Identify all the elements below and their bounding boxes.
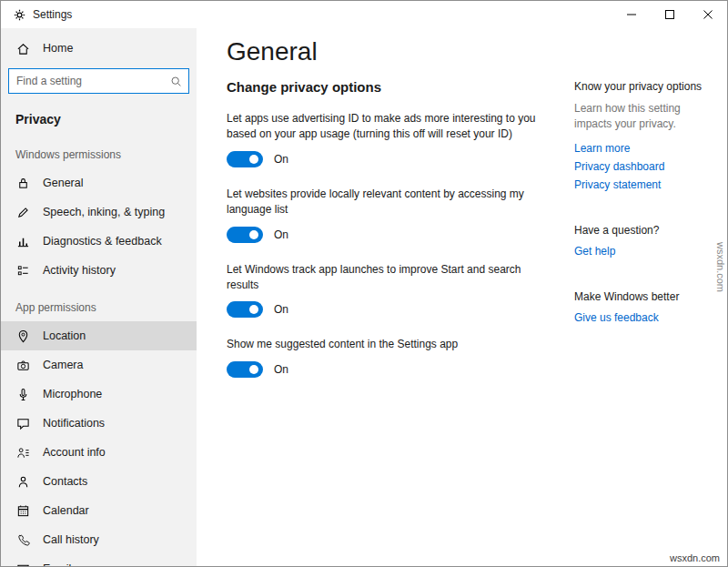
search-icon bbox=[170, 76, 182, 87]
titlebar: Settings bbox=[1, 1, 727, 28]
sidebar-item-label: Activity history bbox=[43, 264, 116, 277]
settings-window: Settings Home bbox=[0, 0, 728, 567]
sidebar-item-contacts[interactable]: Contacts bbox=[1, 467, 197, 496]
page-title: General bbox=[227, 37, 716, 66]
sidebar-item-label: Diagnostics & feedback bbox=[43, 235, 162, 248]
toggle-knob bbox=[249, 155, 258, 164]
close-button[interactable] bbox=[689, 1, 727, 28]
watermark-bottom: wsxdn.com bbox=[670, 552, 720, 563]
sidebar-section-title: Privacy bbox=[1, 101, 197, 132]
toggle-state-label: On bbox=[274, 363, 288, 376]
toggle-suggested-content[interactable] bbox=[227, 361, 263, 378]
setting-suggested-content: Show me suggested content in the Setting… bbox=[227, 337, 547, 377]
sidebar-item-activity-history[interactable]: Activity history bbox=[1, 256, 197, 285]
watermark-vertical: wsxdn.com bbox=[715, 242, 726, 292]
settings-gear-icon bbox=[14, 9, 25, 21]
camera-icon bbox=[15, 359, 30, 372]
home-icon bbox=[15, 42, 30, 56]
setting-label: Let apps use advertising ID to make ads … bbox=[227, 111, 547, 143]
sidebar-group-title-windows-permissions: Windows permissions bbox=[1, 132, 197, 168]
privacy-dashboard-link[interactable]: Privacy dashboard bbox=[574, 160, 716, 173]
sidebar-item-label: Account info bbox=[43, 446, 106, 459]
sidebar-item-home[interactable]: Home bbox=[1, 34, 197, 63]
sidebar-item-diagnostics-feedback[interactable]: Diagnostics & feedback bbox=[1, 227, 197, 256]
know-privacy-title: Know your privacy options bbox=[574, 80, 716, 93]
lock-icon bbox=[15, 177, 30, 190]
sidebar-item-microphone[interactable]: Microphone bbox=[1, 380, 197, 409]
sidebar-item-label: Call history bbox=[43, 533, 99, 546]
window-controls bbox=[612, 1, 727, 28]
minimize-button[interactable] bbox=[612, 1, 651, 28]
sidebar-group-title-app-permissions: App permissions bbox=[1, 285, 197, 321]
setting-label: Let Windows track app launches to improv… bbox=[227, 262, 547, 294]
toggle-locally-relevant-content[interactable] bbox=[227, 227, 263, 243]
section-title: Change privacy options bbox=[227, 79, 547, 95]
maximize-button[interactable] bbox=[651, 1, 689, 28]
sidebar-item-camera[interactable]: Camera bbox=[1, 350, 197, 380]
learn-more-link[interactable]: Learn more bbox=[574, 142, 716, 155]
chat-bubble-icon bbox=[15, 417, 30, 430]
have-question-title: Have a question? bbox=[574, 224, 716, 237]
pen-icon bbox=[15, 206, 30, 219]
search-box bbox=[8, 68, 189, 94]
toggle-state-label: On bbox=[274, 228, 288, 241]
know-privacy-description: Learn how this setting impacts your priv… bbox=[574, 101, 716, 132]
privacy-options-section: Change privacy options Let apps use adve… bbox=[227, 79, 547, 397]
sidebar-item-label: General bbox=[43, 177, 83, 189]
sidebar-item-email[interactable]: Email bbox=[1, 554, 197, 566]
titlebar-left: Settings bbox=[14, 8, 72, 21]
search-input[interactable] bbox=[9, 69, 170, 93]
person-icon bbox=[15, 475, 30, 489]
toggle-track-app-launches[interactable] bbox=[227, 301, 263, 318]
setting-advertising-id: Let apps use advertising ID to make ads … bbox=[227, 111, 547, 167]
toggle-knob bbox=[249, 305, 258, 314]
sidebar-item-speech-inking-typing[interactable]: Speech, inking, & typing bbox=[1, 197, 197, 227]
main-content: General Change privacy options Let apps … bbox=[197, 28, 727, 566]
sidebar: Home Privacy Windows permissions General bbox=[1, 28, 197, 566]
setting-track-app-launches: Let Windows track app launches to improv… bbox=[227, 262, 547, 319]
sidebar-item-account-info[interactable]: Account info bbox=[1, 438, 197, 467]
sidebar-item-call-history[interactable]: Call history bbox=[1, 525, 197, 554]
minimize-icon bbox=[627, 10, 636, 19]
sidebar-item-general[interactable]: General bbox=[1, 168, 197, 197]
toggle-state-label: On bbox=[274, 303, 288, 316]
make-windows-better-title: Make Windows better bbox=[574, 290, 716, 303]
setting-locally-relevant-content: Let websites provide locally relevant co… bbox=[227, 187, 547, 243]
toggle-knob bbox=[249, 230, 258, 239]
location-pin-icon bbox=[15, 329, 30, 343]
sidebar-item-label: Speech, inking, & typing bbox=[43, 206, 165, 218]
setting-label: Let websites provide locally relevant co… bbox=[227, 187, 547, 218]
window-title: Settings bbox=[33, 8, 72, 21]
privacy-statement-link[interactable]: Privacy statement bbox=[574, 178, 716, 191]
give-us-feedback-link[interactable]: Give us feedback bbox=[574, 311, 716, 324]
account-info-icon bbox=[15, 446, 30, 460]
sidebar-item-location[interactable]: Location bbox=[1, 321, 197, 350]
sidebar-item-label: Calendar bbox=[43, 504, 89, 517]
maximize-icon bbox=[665, 10, 674, 19]
get-help-link[interactable]: Get help bbox=[574, 245, 716, 258]
envelope-icon bbox=[15, 562, 30, 567]
toggle-advertising-id[interactable] bbox=[227, 151, 263, 167]
chart-icon bbox=[15, 235, 30, 248]
phone-icon bbox=[15, 533, 30, 547]
sidebar-item-label: Location bbox=[43, 329, 86, 342]
sidebar-item-notifications[interactable]: Notifications bbox=[1, 409, 197, 438]
help-panel: Know your privacy options Learn how this… bbox=[574, 79, 716, 397]
task-list-icon bbox=[15, 264, 30, 278]
toggle-state-label: On bbox=[274, 153, 288, 166]
window-body: Home Privacy Windows permissions General bbox=[1, 28, 727, 566]
toggle-knob bbox=[249, 365, 258, 374]
sidebar-item-label: Camera bbox=[43, 359, 83, 371]
close-icon bbox=[703, 10, 713, 19]
setting-label: Show me suggested content in the Setting… bbox=[227, 337, 547, 352]
sidebar-item-calendar[interactable]: Calendar bbox=[1, 496, 197, 525]
microphone-icon bbox=[15, 388, 30, 401]
sidebar-item-label: Notifications bbox=[43, 417, 105, 430]
sidebar-item-label: Email bbox=[43, 562, 71, 566]
sidebar-item-label: Microphone bbox=[43, 388, 102, 400]
sidebar-item-label: Home bbox=[43, 42, 73, 55]
calendar-icon bbox=[15, 504, 30, 518]
sidebar-item-label: Contacts bbox=[43, 475, 87, 488]
